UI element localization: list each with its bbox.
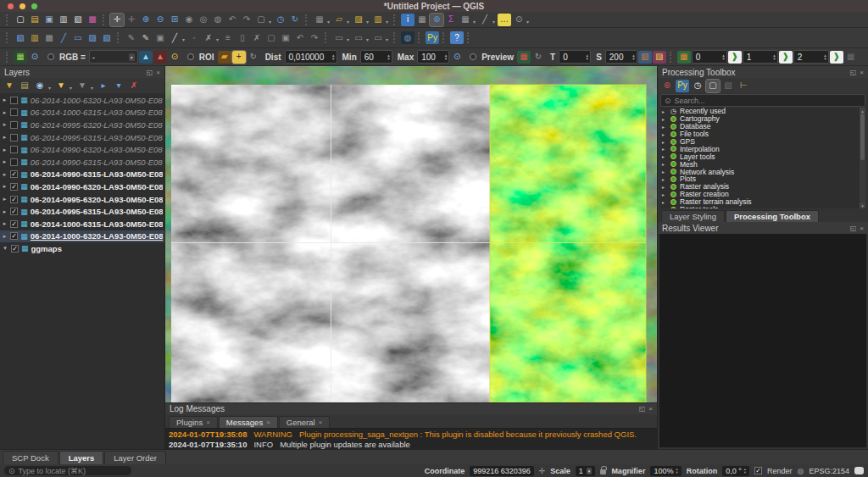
options-wrench-icon[interactable]: ⊢ xyxy=(737,80,750,92)
filter-legend-icon[interactable]: ▼ xyxy=(54,80,68,92)
layer-item[interactable]: ▸✓▦06-2014-1000-6315-LA93-0M50-E080_U xyxy=(0,218,164,230)
dock-tab-scp-dock[interactable]: SCP Dock xyxy=(3,451,58,464)
map-tips-icon[interactable]: … xyxy=(498,14,511,26)
coordinate-value[interactable]: 999216 6320396 xyxy=(470,466,534,476)
help-icon[interactable]: ? xyxy=(450,31,464,44)
new-project-icon[interactable]: ▢ xyxy=(14,14,27,26)
close-processing-icon[interactable]: × xyxy=(860,69,864,76)
group-expand-icon[interactable]: ▸ xyxy=(662,169,667,175)
preview-rgb-icon[interactable]: ▦ xyxy=(517,51,531,64)
preview-radio[interactable] xyxy=(470,53,476,60)
open-layer-styling-icon[interactable]: ▼ xyxy=(3,80,16,92)
group-expand-icon[interactable]: ▸ xyxy=(662,184,667,190)
redo-icon[interactable]: ↷ xyxy=(308,31,321,44)
toggle-editing-alt-icon[interactable]: ✎ xyxy=(139,31,153,44)
field-calculator-icon-dropdown[interactable]: ▾ xyxy=(473,19,476,25)
close-results-icon[interactable]: × xyxy=(860,225,864,232)
scp-image-alt-icon[interactable]: ▨ xyxy=(653,51,666,64)
new-database-icon[interactable]: ▥ xyxy=(28,31,42,44)
scp-disabled-icon[interactable]: ▦ xyxy=(844,51,858,64)
undock-results-icon[interactable]: ◱ xyxy=(850,225,857,232)
layer-checkbox[interactable]: ✓ xyxy=(10,196,18,203)
filter-legend-icon-dropdown[interactable]: ▾ xyxy=(70,85,72,91)
log-tab-plugins[interactable]: Plugins× xyxy=(169,416,218,428)
spatial-bookmarks-icon-dropdown[interactable]: ▾ xyxy=(526,19,529,25)
layer-checkbox[interactable] xyxy=(10,121,18,129)
toggle-editing-icon[interactable]: ✎ xyxy=(125,31,138,44)
roi-polygon-icon[interactable]: ▰ xyxy=(218,51,231,64)
layer-checkbox[interactable] xyxy=(10,158,18,166)
add-vector-layer-icon[interactable]: ▱ xyxy=(332,14,346,26)
rgb-combo[interactable]: -▾ xyxy=(89,50,138,64)
add-point-feature-icon[interactable]: ◦ xyxy=(187,31,201,44)
zoom-out-icon[interactable]: ⊖ xyxy=(153,14,167,26)
group-expand-icon[interactable]: ▸ xyxy=(662,108,667,114)
layer-expand-icon[interactable]: ▸ xyxy=(2,233,8,240)
min-spin[interactable]: 60▴▾ xyxy=(360,50,392,64)
layer-callouts-icon-dropdown[interactable]: ▾ xyxy=(386,36,388,42)
layer-item[interactable]: ▸✓▦06-2014-0995-6320-LA93-0M50-E080_U xyxy=(0,193,164,206)
layer-item[interactable]: ▸▦06-2014-0990-6320-LA93-0M50-E080_U xyxy=(0,143,164,156)
maximize-window-button[interactable] xyxy=(31,3,37,9)
band-green-spin[interactable]: 1▴▾ xyxy=(743,50,778,64)
data-source-manager-icon[interactable]: ▦ xyxy=(313,14,326,26)
copy-features-icon[interactable]: ▢ xyxy=(264,31,278,44)
preview-zoom-icon[interactable]: ⊙ xyxy=(450,51,464,64)
results-viewer-icon[interactable]: ▢ xyxy=(706,80,720,92)
add-mesh-layer-icon[interactable]: ▥ xyxy=(371,14,385,26)
log-tab-general[interactable]: General× xyxy=(279,416,330,428)
layer-callouts-icon[interactable]: ▭ xyxy=(371,31,385,44)
layer-expand-icon[interactable]: ▸ xyxy=(2,158,8,165)
group-expand-icon[interactable]: ▸ xyxy=(662,139,667,145)
scripts-icon[interactable]: Py xyxy=(676,80,689,92)
band-blue-spin-spinner[interactable]: ▴▾ xyxy=(824,53,826,60)
s-spin[interactable]: 200▴▾ xyxy=(605,50,637,64)
layer-diagram-icon-dropdown[interactable]: ▾ xyxy=(366,36,369,42)
dock-tab-layer-order[interactable]: Layer Order xyxy=(104,451,166,464)
minimize-window-button[interactable] xyxy=(19,3,25,9)
remove-layer-icon[interactable]: ✗ xyxy=(127,80,141,92)
dist-spin[interactable]: 0,010000▴▾ xyxy=(285,50,337,64)
modify-attributes-icon[interactable]: ≡ xyxy=(221,31,235,44)
zoom-in-icon[interactable]: ⊕ xyxy=(139,14,153,26)
add-raster-layer-icon-dropdown[interactable]: ▾ xyxy=(366,19,369,25)
layer-expand-icon[interactable]: ▸ xyxy=(2,97,8,103)
cut-features-icon[interactable]: ✗ xyxy=(250,31,264,44)
group-expand-icon[interactable]: ▸ xyxy=(662,153,667,159)
history-icon[interactable]: ◷ xyxy=(691,80,704,92)
close-tab-icon[interactable]: × xyxy=(206,419,210,426)
close-log-icon[interactable]: × xyxy=(648,405,653,413)
group-expand-icon[interactable]: ▸ xyxy=(662,199,667,205)
undock-log-icon[interactable]: ◱ xyxy=(639,405,646,413)
zoom-native-icon[interactable]: ◍ xyxy=(211,14,225,26)
refresh-map-icon[interactable]: ↻ xyxy=(288,14,302,26)
extent-toggle-icon[interactable]: ✛ xyxy=(539,467,546,475)
layer-checkbox[interactable] xyxy=(10,134,18,141)
filter-by-expression-icon-dropdown[interactable]: ▾ xyxy=(91,85,93,91)
layer-expand-icon[interactable]: ▸ xyxy=(2,171,8,178)
layer-expand-icon[interactable]: ▸ xyxy=(2,121,8,128)
t-spin[interactable]: 0▴▾ xyxy=(559,50,591,64)
add-line-feature-icon-dropdown[interactable]: ▾ xyxy=(182,36,185,42)
new-map-view-icon-dropdown[interactable]: ▾ xyxy=(269,19,271,25)
locate-input[interactable]: ⊙ Type to locate (⌘K) xyxy=(4,466,131,475)
processing-toolbox-icon[interactable]: ⊛ xyxy=(430,14,443,26)
temporal-controller-icon[interactable]: ◷ xyxy=(274,14,287,26)
processing-scrollbar[interactable]: ▴ ▾ xyxy=(860,108,865,208)
layer-checkbox[interactable]: ✓ xyxy=(10,220,18,228)
layer-item[interactable]: ▸✓▦06-2014-0990-6320-LA93-0M50-E080_U xyxy=(0,180,164,193)
rotation-value[interactable]: 0,0 ° ▴▾ xyxy=(722,466,749,476)
roi-undo-icon[interactable]: ↻ xyxy=(247,51,260,64)
preview-undo-icon[interactable]: ↻ xyxy=(531,51,545,64)
processing-search-input[interactable]: ⊙ Search... xyxy=(660,94,865,107)
close-tab-icon[interactable]: × xyxy=(319,419,323,426)
roi-radio[interactable] xyxy=(187,53,194,60)
scale-dropdown-icon[interactable]: ▾ xyxy=(587,468,593,474)
collapse-all-icon[interactable]: ▾ xyxy=(112,80,125,92)
zoom-next-icon[interactable]: ↷ xyxy=(240,14,253,26)
bandset-grid-icon[interactable]: ▦ xyxy=(677,51,691,64)
layer-item[interactable]: ▸▦06-2014-0990-6315-LA93-0M50-E080_U xyxy=(0,156,164,169)
new-map-view-icon[interactable]: ▢ xyxy=(254,14,268,26)
undock-panel-icon[interactable]: ◱ xyxy=(147,69,153,76)
layer-checkbox[interactable] xyxy=(10,146,18,153)
